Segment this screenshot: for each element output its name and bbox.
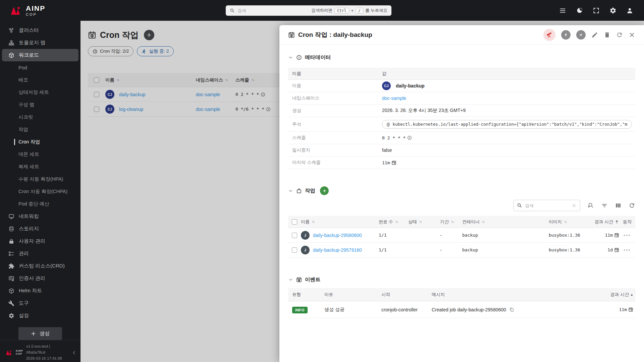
select-all-checkbox[interactable] xyxy=(292,219,297,225)
create-button-label: 생성 xyxy=(40,330,50,337)
user-profile-icon[interactable] xyxy=(626,7,633,14)
namespace-link[interactable]: doc-sample xyxy=(382,96,406,101)
sidebar-item-statefulset[interactable]: 상태저장 세트 xyxy=(0,86,80,99)
column-header-completions[interactable]: 완료 수 xyxy=(379,219,408,225)
drawer-header: Cron 작업 : daily-backup xyxy=(279,25,644,45)
sidebar-item-settings[interactable]: 설정 xyxy=(0,309,80,322)
event-reason: 생성 성공 xyxy=(324,307,381,313)
tools-icon xyxy=(8,300,14,306)
sidebar-item-workload[interactable]: 워크로드 xyxy=(2,49,78,61)
create-button[interactable]: 생성 xyxy=(18,327,62,340)
sidebar-item-topology-map[interactable]: 토폴로지 맵 xyxy=(0,37,80,49)
row-checkbox[interactable] xyxy=(292,247,297,253)
metadata-section-header: 메타데이터 xyxy=(288,54,635,61)
sidebar-item-deployment[interactable]: 배포 xyxy=(0,74,80,86)
cronjob-detail-drawer: Cron 작업 : daily-backup 메타데이터 이름 xyxy=(279,25,644,362)
sidebar-item-cluster[interactable]: 클러스터 xyxy=(0,24,80,37)
annotation-chip[interactable]: @ kubectl.kubernetes.io/last-applied-con… xyxy=(382,120,632,129)
dark-mode-icon[interactable] xyxy=(576,7,583,14)
metadata-row-suspend: 일시중지 false xyxy=(288,144,635,157)
column-header-age[interactable]: 경과 시간 xyxy=(588,219,619,225)
calendar-icon xyxy=(614,233,619,238)
columns-icon[interactable] xyxy=(615,202,622,209)
sidebar-footer: AINP COP v1.0.soo.test | #8a0a78cd 2026-… xyxy=(0,340,80,362)
jobs-table: 이름 완료 수 상태 기간 컨테이너 이미지 경과 시간 동작 Jdaily-b… xyxy=(288,216,635,257)
metadata-table-header: 이름 값 xyxy=(288,68,635,80)
sidebar-item-job[interactable]: 작업 xyxy=(0,123,80,136)
copy-icon[interactable] xyxy=(509,307,514,312)
metadata-row-last-schedule: 마지막 스케줄 11m xyxy=(288,157,635,169)
sidebar-item-label: 클러스터 xyxy=(19,27,39,34)
job-link[interactable]: daily-backup-29579160 xyxy=(313,247,362,253)
sidebar-item-hpa[interactable]: 수평 자동 확장(HPA) xyxy=(0,173,80,185)
column-header-image[interactable]: 이미지 xyxy=(549,219,588,225)
jobs-search[interactable] xyxy=(513,200,580,211)
sidebar-item-tools[interactable]: 도구 xyxy=(0,297,80,309)
event-type-badge: INFO xyxy=(292,307,308,313)
column-header-reason: 이유 xyxy=(324,292,381,298)
sidebar-item-label: 상태저장 세트 xyxy=(18,89,49,96)
sidebar-item-pod[interactable]: Pod xyxy=(0,61,80,74)
refresh-icon[interactable] xyxy=(629,202,635,209)
jobs-search-input[interactable] xyxy=(525,203,569,208)
row-actions-menu[interactable]: ••• xyxy=(624,247,631,252)
info-icon[interactable] xyxy=(407,135,412,140)
sidebar-item-secret[interactable]: 시크릿 xyxy=(0,111,80,123)
fullscreen-icon[interactable] xyxy=(593,7,600,14)
chevron-down-icon[interactable] xyxy=(288,55,293,60)
sidebar-item-configmap[interactable]: 구성 맵 xyxy=(0,99,80,111)
search-icon xyxy=(230,8,235,13)
global-search-input[interactable] xyxy=(237,8,309,13)
sidebar-item-label: 워크로드 xyxy=(19,52,39,58)
schedule-value: 0 2 * * * xyxy=(382,135,406,140)
sidebar-item-cronjob[interactable]: Cron 작업 xyxy=(0,136,80,148)
clear-search-icon[interactable] xyxy=(572,203,577,208)
column-header-duration[interactable]: 기간 xyxy=(440,219,462,225)
row-actions-menu[interactable]: ••• xyxy=(624,233,631,238)
column-header-age[interactable]: 경과 시간▲ xyxy=(598,292,635,298)
sidebar-item-label: 관리 xyxy=(19,250,29,257)
sidebar-item-user-management[interactable]: 사용자 관리 xyxy=(0,235,80,247)
chevron-down-icon[interactable] xyxy=(288,188,293,193)
sidebar-item-label: 작업 xyxy=(18,126,28,133)
column-header-status[interactable]: 상태 xyxy=(408,219,440,225)
sidebar-item-crd[interactable]: 커스텀 리소스(CRD) xyxy=(0,260,80,272)
sidebar-item-helm-charts[interactable]: Helm 차트 xyxy=(0,285,80,297)
sidebar-item-label: 설정 xyxy=(19,312,29,319)
metadata-col-name: 이름 xyxy=(288,71,382,77)
sidebar-item-management[interactable]: 관리 xyxy=(0,247,80,260)
refresh-button[interactable] xyxy=(616,32,623,38)
sidebar-item-chpa[interactable]: Cron 자동 확장(CHPA) xyxy=(0,185,80,198)
column-header-name[interactable]: 이름 xyxy=(301,219,379,225)
sidebar-nav: 클러스터 토폴로지 맵 워크로드 Pod 배포 상태저장 세트 구성 맵 시크릿… xyxy=(0,21,80,322)
row-checkbox[interactable] xyxy=(292,233,297,238)
sidebar-item-daemonset[interactable]: 데몬 세트 xyxy=(0,148,80,161)
column-header-container[interactable]: 컨테이너 xyxy=(462,219,549,225)
sidebar-item-label: Helm 차트 xyxy=(19,288,42,294)
gear-icon xyxy=(8,313,14,319)
sidebar-item-pdb[interactable]: Pod 중단 예산 xyxy=(0,198,80,210)
sidebar-item-replicaset[interactable]: 복제 세트 xyxy=(0,161,80,173)
clear-filters-icon[interactable] xyxy=(587,202,594,209)
job-link[interactable]: daily-backup-29580600 xyxy=(313,233,362,238)
brand-logo[interactable]: AINP COP xyxy=(9,5,45,16)
suspend-button[interactable] xyxy=(576,30,586,40)
global-search[interactable]: 검색하려면 Ctrl + / 를 누르세요 xyxy=(226,5,391,16)
menu-icon[interactable] xyxy=(559,7,566,14)
edit-button[interactable] xyxy=(591,32,598,38)
telescope-button[interactable] xyxy=(543,29,555,41)
filter-icon[interactable] xyxy=(601,202,608,209)
delete-button[interactable] xyxy=(604,32,610,38)
hint-suffix: 를 누르세요 xyxy=(365,8,387,13)
sidebar-item-certificates[interactable]: 인증서 관리 xyxy=(0,272,80,285)
sidebar-item-networking[interactable]: 네트워킹 xyxy=(0,210,80,223)
settings-icon[interactable] xyxy=(609,7,616,14)
sidebar-item-storage[interactable]: 스토리지 xyxy=(0,223,80,235)
close-drawer-button[interactable] xyxy=(629,32,635,38)
trigger-job-button[interactable] xyxy=(561,30,571,40)
sidebar-collapse-button[interactable] xyxy=(72,350,76,355)
add-job-button[interactable] xyxy=(320,186,329,195)
top-bar: AINP COP 검색하려면 Ctrl + / 를 누르세요 xyxy=(0,0,644,21)
sidebar-item-label: Pod 중단 예산 xyxy=(18,201,49,207)
chevron-down-icon[interactable] xyxy=(288,277,293,282)
